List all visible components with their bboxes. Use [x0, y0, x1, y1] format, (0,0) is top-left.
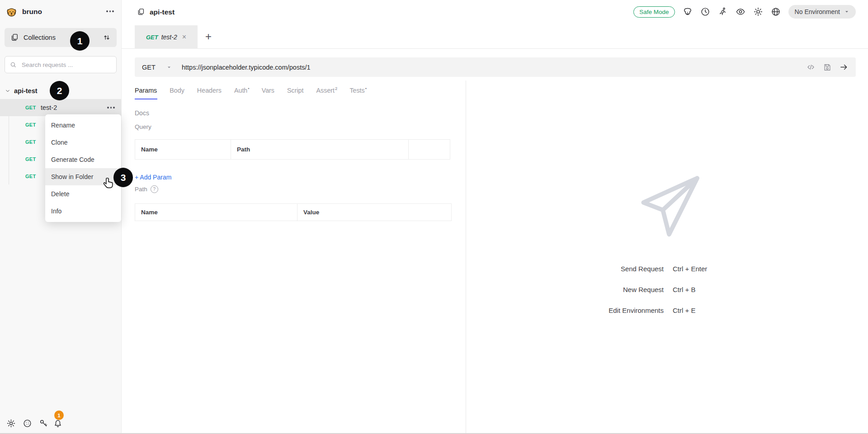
request-url-bar: GET https://jsonplaceholder.typicode.com…: [135, 57, 856, 77]
menu-item-info[interactable]: Info: [45, 203, 121, 220]
shortcut-row: Edit Environments Ctrl + E: [493, 304, 746, 316]
notification-count-badge: 1: [54, 410, 64, 420]
tab-test-2[interactable]: GET test-2 ×: [135, 25, 198, 49]
query-params-table: Name Path: [135, 139, 450, 160]
tab-auth[interactable]: Auth•: [234, 86, 250, 99]
tab-params[interactable]: Params: [135, 86, 157, 99]
path-col-name: Name: [135, 204, 297, 221]
collection-name: api-test: [14, 87, 38, 94]
menu-item-clone[interactable]: Clone: [45, 134, 121, 151]
collections-icon: [10, 33, 19, 42]
safe-mode-badge[interactable]: Safe Mode: [633, 6, 675, 18]
sort-icon[interactable]: [102, 33, 111, 42]
tab-tests[interactable]: Tests•: [349, 86, 367, 99]
runner-icon[interactable]: [718, 7, 728, 17]
annotation-badge-3: 3: [113, 168, 133, 187]
add-param-button[interactable]: + Add Param: [135, 173, 171, 182]
pages-icon: [137, 8, 145, 16]
hand-cursor-icon: [102, 177, 115, 192]
method-dropdown[interactable]: GET: [142, 64, 166, 71]
annotation-badge-2: 2: [50, 81, 69, 100]
bruno-dog-logo-icon: [5, 6, 18, 18]
page-title: api-test: [150, 8, 175, 16]
request-method-badge: GET: [25, 174, 41, 179]
request-section-tabs: Params Body Headers Auth• Vars Script As…: [135, 86, 367, 99]
app-menu-ellipsis-icon[interactable]: [106, 10, 114, 12]
gear-icon[interactable]: [753, 7, 763, 17]
main-area: api-test Safe Mode: [121, 0, 868, 434]
header-toolbar: Safe Mode: [633, 5, 856, 19]
tab-vars[interactable]: Vars: [262, 86, 275, 99]
request-method-badge: GET: [25, 122, 41, 127]
menu-item-rename[interactable]: Rename: [45, 117, 121, 134]
query-section-label: Query: [135, 123, 151, 130]
query-col-actions: [409, 140, 450, 160]
path-section-label: Path ?: [135, 185, 158, 193]
tab-method: GET: [146, 34, 158, 41]
app-logo-row: bruno: [0, 4, 121, 20]
new-tab-button[interactable]: +: [205, 30, 212, 43]
chevron-down-icon: [844, 9, 849, 14]
chevron-down-icon[interactable]: [166, 65, 172, 70]
request-method-badge: GET: [25, 139, 41, 145]
generate-code-icon[interactable]: [806, 62, 816, 72]
shortcut-row: Send Request Ctrl + Enter: [493, 262, 746, 275]
path-col-value: Value: [297, 204, 452, 221]
request-method-badge: GET: [25, 105, 41, 110]
request-item-test-2[interactable]: GET test-2: [0, 99, 121, 116]
request-pane: Params Body Headers Auth• Vars Script As…: [121, 77, 466, 434]
sidebar-footer: 1: [0, 418, 121, 431]
clock-icon[interactable]: [700, 7, 710, 17]
paper-plane-icon: [635, 172, 703, 243]
search-icon: [9, 61, 17, 69]
request-context-menu: Rename Clone Generate Code Show in Folde…: [45, 114, 121, 222]
save-icon[interactable]: [823, 63, 832, 72]
environment-selector[interactable]: No Environment: [788, 5, 856, 19]
query-col-name: Name: [135, 140, 231, 160]
eye-icon[interactable]: [736, 7, 745, 17]
collection-title-row: api-test: [137, 8, 175, 16]
send-request-arrow-icon[interactable]: [839, 62, 849, 72]
globe-icon[interactable]: [771, 7, 781, 17]
request-name: test-2: [41, 104, 57, 111]
app-name: bruno: [22, 8, 42, 16]
tab-script[interactable]: Script: [287, 86, 304, 99]
tab-headers[interactable]: Headers: [197, 86, 222, 99]
request-method-badge: GET: [25, 156, 41, 162]
secrets-key-icon[interactable]: [39, 419, 48, 428]
response-pane: Send Request Ctrl + Enter New Request Ct…: [466, 80, 868, 434]
collections-header[interactable]: Collections: [5, 28, 117, 47]
request-menu-ellipsis-icon[interactable]: [107, 107, 115, 108]
search-box[interactable]: [5, 56, 117, 73]
tab-body[interactable]: Body: [170, 86, 185, 99]
notifications-bell-icon[interactable]: [53, 419, 63, 429]
annotation-badge-1: 1: [70, 31, 90, 51]
chevron-down-icon[interactable]: [5, 88, 11, 94]
shortcut-row: New Request Ctrl + B: [493, 283, 746, 296]
collections-label: Collections: [24, 34, 56, 41]
url-actions: [806, 62, 849, 72]
path-params-table: Name Value: [135, 203, 452, 221]
search-input[interactable]: [21, 61, 108, 69]
settings-gear-icon[interactable]: [6, 419, 16, 428]
bruno-app-window: bruno Collections api-test: [0, 0, 868, 434]
dog-icon[interactable]: [683, 7, 693, 17]
docs-link[interactable]: Docs: [135, 109, 149, 117]
tab-assert[interactable]: Assert2: [316, 86, 338, 99]
query-col-path: Path: [231, 140, 409, 160]
tab-name: test-2: [161, 33, 177, 41]
close-tab-icon[interactable]: ×: [182, 33, 186, 41]
url-input[interactable]: https://jsonplaceholder.typicode.com/pos…: [182, 64, 311, 71]
help-icon[interactable]: ?: [151, 185, 158, 193]
cookies-icon[interactable]: [23, 419, 32, 428]
environment-label: No Environment: [795, 8, 840, 15]
open-tabs-strip: GET test-2 × +: [121, 25, 868, 49]
menu-item-generate-code[interactable]: Generate Code: [45, 151, 121, 168]
